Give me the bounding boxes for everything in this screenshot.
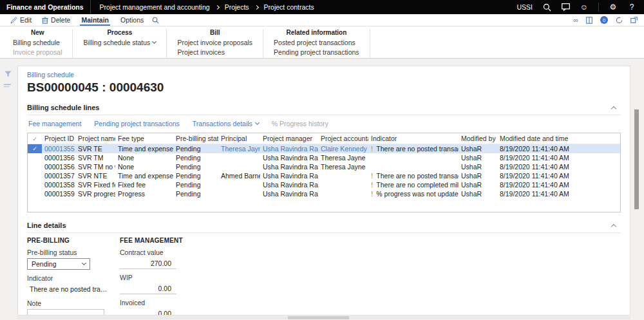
- ribbon: NewBilling scheduleInvoice proposalProce…: [0, 26, 644, 59]
- list-panel-icon[interactable]: [4, 84, 12, 89]
- grid-table: ✓Project IDProject nameFee typePre-billi…: [28, 133, 620, 198]
- pre-billing-status-select[interactable]: Pending: [27, 258, 90, 270]
- vertical-scrollbar[interactable]: [634, 109, 639, 209]
- cell-pre-billing-status: Pending: [173, 189, 218, 198]
- line-details-title: Line details: [27, 221, 66, 229]
- app-title[interactable]: Finance and Operations: [0, 0, 91, 14]
- action-pane: Edit Delete Maintain Options ∞ 0: [0, 14, 644, 26]
- indicator-text: There are no completed milestones: [376, 181, 459, 189]
- grid-row[interactable]: 00001357SVR NTETime and expense NTEPendi…: [28, 171, 620, 180]
- links-icon[interactable]: ∞: [573, 16, 578, 24]
- grid-column-header[interactable]: Modified by: [459, 133, 497, 144]
- row-checkbox[interactable]: [28, 162, 42, 171]
- cell-fee-type: Time and expense NTE: [115, 171, 173, 180]
- breadcrumb-item[interactable]: Project management and accounting: [100, 3, 210, 11]
- form-caption: Billing schedule: [27, 71, 621, 79]
- tab-options[interactable]: Options: [115, 14, 149, 26]
- toolbar-link[interactable]: Transactions details: [193, 120, 259, 127]
- collapse-details-icon[interactable]: [611, 223, 616, 229]
- edit-label: Edit: [20, 16, 32, 24]
- actionpane-search-icon[interactable]: [152, 17, 159, 24]
- cell-project-manager: Usha Ravindra Rao: [260, 171, 318, 180]
- grid-row[interactable]: 00001356.01SVR TM no wipNonePendingUsha …: [28, 162, 620, 171]
- note-input[interactable]: [27, 309, 104, 315]
- grid-row[interactable]: 00001358SVR Fixed feeFixed feePendingUsh…: [28, 180, 620, 189]
- cell-project-id[interactable]: 00001359: [42, 189, 75, 198]
- page-title: BS00000045 : 00004630: [27, 80, 621, 95]
- row-checkbox[interactable]: [28, 153, 42, 162]
- company-selector[interactable]: USSI: [516, 3, 533, 11]
- open-in-new-window-icon[interactable]: [630, 17, 638, 23]
- lines-section-header[interactable]: Billing schedule lines: [27, 100, 621, 115]
- help-icon[interactable]: ?: [627, 3, 636, 12]
- tab-maintain[interactable]: Maintain: [75, 14, 115, 26]
- select-all-checkbox[interactable]: ✓: [28, 133, 42, 144]
- edit-button[interactable]: Edit: [5, 14, 37, 26]
- cell-project-accountant: Claire Kennedy: [318, 144, 368, 153]
- cell-modified-by: UshaR: [459, 162, 497, 171]
- cell-project-id[interactable]: 00001357: [42, 171, 75, 180]
- cell-project-manager: Usha Ravindra Rao: [260, 162, 318, 171]
- fee-field-value[interactable]: 0.00: [120, 308, 176, 315]
- grid-column-header[interactable]: Project accountant: [318, 133, 368, 144]
- cell-project-accountant: Theresa Jayne: [318, 153, 368, 162]
- toolbar-link[interactable]: Fee management: [28, 120, 81, 127]
- cell-principal: [218, 162, 260, 171]
- refresh-icon[interactable]: [616, 17, 623, 24]
- left-strip: [0, 63, 15, 89]
- cell-modified-date: 8/19/2020 11:41:40 AM: [497, 144, 620, 153]
- grid-column-header[interactable]: Fee type: [115, 133, 173, 144]
- cell-fee-type: None: [115, 162, 173, 171]
- search-icon[interactable]: [542, 3, 551, 12]
- filter-icon[interactable]: [5, 71, 12, 77]
- warning-icon: !: [371, 146, 373, 153]
- ribbon-item[interactable]: Pending project transactions: [274, 48, 359, 57]
- feedback-icon[interactable]: [561, 3, 570, 12]
- toolbar-link[interactable]: Pending project transactions: [94, 120, 180, 127]
- attachments-count-badge: 0: [600, 16, 608, 24]
- ribbon-item[interactable]: Project invoice proposals: [177, 38, 252, 48]
- grid-column-header[interactable]: Principal: [218, 133, 260, 144]
- grid-column-header[interactable]: Project name: [75, 133, 115, 144]
- horizontal-scrollbar-thumb[interactable]: [288, 316, 349, 319]
- grid-column-header[interactable]: Indicator: [368, 133, 459, 144]
- fee-field: Invoiced0.00: [120, 299, 204, 315]
- grid-row[interactable]: 00001356SVR TMNonePendingUsha Ravindra R…: [28, 153, 620, 162]
- horizontal-scrollbar-track[interactable]: [17, 316, 630, 319]
- indicator-value: There are no posted transacti...: [27, 284, 109, 295]
- fee-field-value[interactable]: 0.00: [120, 283, 176, 294]
- ribbon-item[interactable]: Posted project transactions: [274, 38, 359, 48]
- row-checkbox[interactable]: ✓: [28, 144, 42, 153]
- settings-gear-icon[interactable]: ⚙: [609, 3, 618, 12]
- grid-column-header[interactable]: Project ID: [42, 133, 75, 144]
- fee-field: Contract value270.00: [120, 249, 204, 269]
- delete-button[interactable]: Delete: [37, 14, 75, 26]
- document-icon[interactable]: [586, 17, 592, 24]
- ribbon-item[interactable]: Billing schedule status: [83, 38, 156, 48]
- grid-column-header[interactable]: Project manager: [260, 133, 318, 144]
- collapse-section-icon[interactable]: [611, 106, 616, 111]
- ribbon-item: Invoice proposal: [13, 48, 62, 57]
- grid-column-header[interactable]: Modified date and time: [497, 133, 620, 144]
- cell-project-id[interactable]: 00001355: [42, 144, 75, 153]
- grid-row[interactable]: 00001359SVR progressProgressPendingUsha …: [28, 189, 620, 198]
- cell-project-id[interactable]: 00001358: [42, 180, 75, 189]
- breadcrumb-item[interactable]: Projects: [225, 3, 249, 11]
- ribbon-item[interactable]: Project invoices: [177, 48, 252, 57]
- grid-column-header[interactable]: Pre-billing status: [173, 133, 218, 144]
- row-checkbox[interactable]: [28, 180, 42, 189]
- breadcrumb-item[interactable]: Project contracts: [264, 3, 314, 11]
- cell-project-id[interactable]: 00001356.01: [42, 162, 75, 171]
- row-checkbox[interactable]: [28, 171, 42, 180]
- cell-fee-type: Time and expense: [115, 144, 173, 153]
- attachments-count-0-icon[interactable]: 0: [600, 16, 608, 24]
- cell-modified-date: 8/19/2020 11:41:40 AM: [497, 189, 620, 198]
- line-details-header[interactable]: Line details: [27, 218, 621, 233]
- cell-indicator: !% progress was not updated: [368, 189, 459, 198]
- row-checkbox[interactable]: [28, 189, 42, 198]
- fee-field-value[interactable]: 270.00: [120, 258, 176, 269]
- grid-row[interactable]: ✓00001355SVR TETime and expensePendingTh…: [28, 144, 620, 153]
- cell-project-id[interactable]: 00001356: [42, 153, 75, 162]
- smiley-icon[interactable]: ☺: [580, 3, 589, 12]
- ribbon-item[interactable]: Billing schedule: [13, 38, 62, 48]
